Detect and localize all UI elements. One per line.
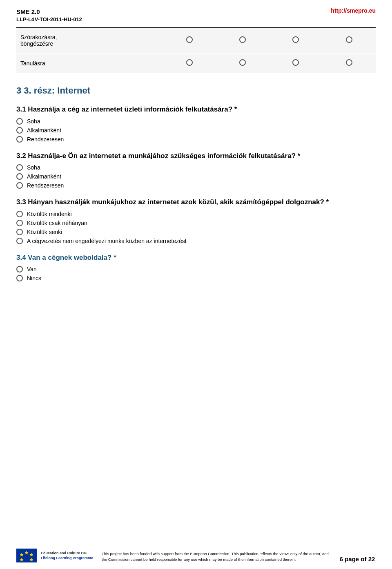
radio-2-2[interactable]: [239, 59, 246, 66]
footer-disclaimer: This project has been funded with suppor…: [102, 551, 330, 563]
q3-1-text: Használja a cég az internetet üzleti inf…: [28, 105, 232, 113]
header: SME 2.0 LLP-LdV-TOI-2011-HU-012 http://s…: [0, 0, 392, 23]
q3-3-label-3: Közülük senki: [27, 229, 62, 235]
radio-cell-1-4[interactable]: [323, 28, 376, 53]
survey-row-2: Tanulásra: [16, 53, 376, 74]
radio-q33-2[interactable]: [16, 220, 23, 226]
q3-3-option-4[interactable]: A cégvezetés nem engedélyezi munka közbe…: [16, 238, 376, 244]
q3-2-number: 3.2: [16, 152, 28, 160]
radio-q34-1[interactable]: [16, 266, 23, 272]
eu-flag-icon: [16, 549, 37, 562]
radio-q32-2[interactable]: [16, 173, 23, 180]
radio-2-3[interactable]: [292, 59, 299, 66]
q3-1-options: Soha Alkalmanként Rendszeresen: [16, 118, 376, 143]
q3-1-label-2: Alkalmanként: [27, 127, 61, 134]
survey-row-1: Szórakozásra,böngészésre: [16, 28, 376, 53]
q3-3-option-2[interactable]: Közülük csak néhányan: [16, 220, 376, 226]
radio-1-3[interactable]: [292, 36, 299, 43]
question-3-3-heading: 3.3 Hányan használják munkájukhoz az int…: [16, 197, 376, 208]
survey-label-1: Szórakozásra,böngészésre: [16, 28, 163, 53]
q3-1-asterisk: *: [234, 105, 237, 113]
radio-cell-2-2[interactable]: [216, 53, 269, 74]
q3-1-option-3[interactable]: Rendszeresen: [16, 136, 376, 143]
q3-2-text: Használja-e Ön az internetet a munkájáho…: [28, 152, 296, 160]
radio-q31-3[interactable]: [16, 136, 23, 143]
radio-q31-1[interactable]: [16, 118, 23, 125]
q3-3-text: Hányan használják munkájukhoz az interne…: [28, 198, 324, 206]
q3-3-option-1[interactable]: Közülük mindenki: [16, 211, 376, 217]
q3-1-label-1: Soha: [27, 118, 40, 125]
header-left: SME 2.0 LLP-LdV-TOI-2011-HU-012: [16, 7, 82, 23]
footer: Education and Culture DG Lifelong Learni…: [0, 541, 392, 569]
q3-3-number: 3.3: [16, 198, 28, 206]
radio-cell-1-3[interactable]: [269, 28, 322, 53]
q3-3-label-1: Közülük mindenki: [27, 211, 72, 217]
q3-1-option-1[interactable]: Soha: [16, 118, 376, 125]
question-3-1-heading: 3.1 Használja a cég az internetet üzleti…: [16, 104, 376, 115]
q3-2-options: Soha Alkalmanként Rendszeresen: [16, 164, 376, 189]
survey-label-2: Tanulásra: [16, 53, 163, 74]
radio-q33-3[interactable]: [16, 229, 23, 235]
q3-4-asterisk: *: [114, 254, 116, 261]
q3-1-option-2[interactable]: Alkalmanként: [16, 127, 376, 134]
q3-2-option-2[interactable]: Alkalmanként: [16, 173, 376, 180]
footer-llp-label: Lifelong Learning Programme: [41, 556, 93, 560]
radio-cell-2-3[interactable]: [269, 53, 322, 74]
radio-1-4[interactable]: [346, 36, 352, 43]
footer-education-label: Education and Culture DG: [41, 551, 93, 555]
q3-4-label-1: Van: [27, 266, 37, 272]
q3-2-option-1[interactable]: Soha: [16, 164, 376, 171]
radio-q32-1[interactable]: [16, 164, 23, 171]
section3-heading: 3 3. rész: Internet: [16, 85, 376, 96]
header-link[interactable]: http://smepro.eu: [331, 7, 376, 14]
q3-3-option-3[interactable]: Közülük senki: [16, 229, 376, 235]
q3-1-label-3: Rendszeresen: [27, 136, 64, 143]
q3-2-asterisk: *: [298, 152, 301, 160]
q3-4-number: 3.4: [16, 254, 28, 261]
radio-q32-3[interactable]: [16, 182, 23, 189]
question-3-4-heading: 3.4 Van a cégnek weboldala? *: [16, 252, 376, 263]
content: Szórakozásra,böngészésre Tanulásra 3 3. …: [0, 28, 392, 541]
q3-1-number: 3.1: [16, 105, 28, 113]
radio-cell-1-1[interactable]: [163, 28, 216, 53]
q3-2-option-3[interactable]: Rendszeresen: [16, 182, 376, 189]
radio-cell-2-1[interactable]: [163, 53, 216, 74]
radio-cell-2-4[interactable]: [323, 53, 376, 74]
question-3-2-heading: 3.2 Használja-e Ön az internetet a munká…: [16, 151, 376, 161]
q3-4-option-2[interactable]: Nincs: [16, 275, 376, 281]
page: SME 2.0 LLP-LdV-TOI-2011-HU-012 http://s…: [0, 0, 392, 569]
radio-1-1[interactable]: [186, 36, 193, 43]
q3-3-options: Közülük mindenki Közülük csak néhányan K…: [16, 211, 376, 244]
radio-q31-2[interactable]: [16, 127, 23, 134]
q3-4-label-2: Nincs: [27, 275, 41, 281]
q3-4-text: Van a cégnek weboldala?: [28, 254, 111, 261]
header-subtitle: LLP-LdV-TOI-2011-HU-012: [16, 16, 82, 23]
radio-q34-2[interactable]: [16, 275, 23, 281]
footer-page: 6 page of 22: [339, 556, 376, 562]
radio-1-2[interactable]: [239, 36, 246, 43]
q3-2-label-1: Soha: [27, 164, 40, 171]
radio-cell-1-2[interactable]: [216, 28, 269, 53]
radio-2-1[interactable]: [186, 59, 193, 66]
survey-table: Szórakozásra,böngészésre Tanulásra: [16, 28, 376, 74]
q3-3-label-2: Közülük csak néhányan: [27, 220, 87, 226]
radio-2-4[interactable]: [346, 59, 352, 66]
footer-logos: Education and Culture DG Lifelong Learni…: [16, 549, 93, 562]
radio-q33-4[interactable]: [16, 238, 23, 244]
q3-4-options: Van Nincs: [16, 266, 376, 281]
q3-3-asterisk: *: [326, 198, 329, 206]
header-title: SME 2.0: [16, 7, 82, 16]
q3-2-label-3: Rendszeresen: [27, 182, 64, 189]
q3-3-label-4: A cégvezetés nem engedélyezi munka közbe…: [27, 238, 187, 244]
q3-4-option-1[interactable]: Van: [16, 266, 376, 272]
radio-q33-1[interactable]: [16, 211, 23, 217]
q3-2-label-2: Alkalmanként: [27, 173, 61, 180]
